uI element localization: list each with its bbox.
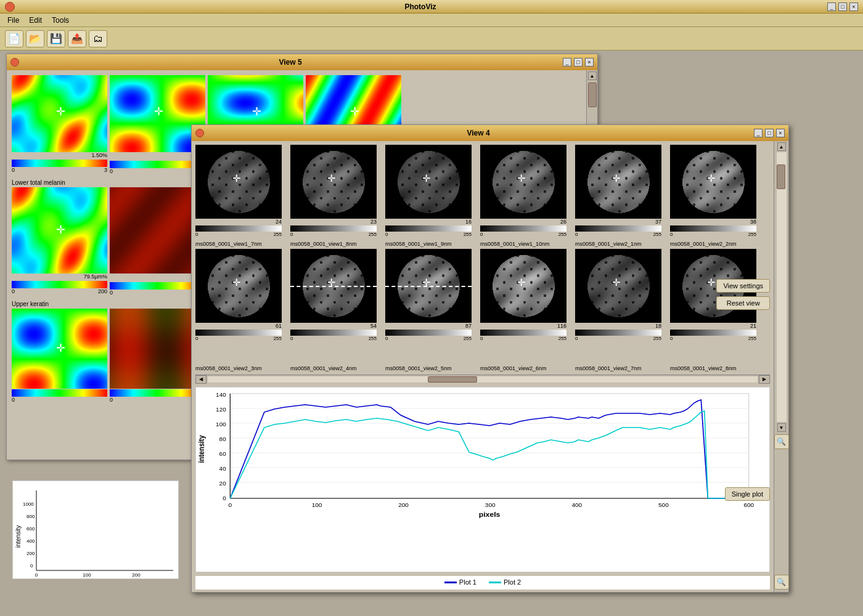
v5-x-0: 0	[35, 572, 38, 578]
view5-colorbar-7	[12, 389, 107, 397]
v4-img11-max: 18	[575, 323, 661, 329]
legend-plot1: Plot 1	[444, 578, 476, 586]
v4-zoom-bottom[interactable]: 🔍	[774, 575, 789, 590]
h-scroll-thumb[interactable]	[428, 376, 477, 383]
view5-img-5[interactable]: ✛	[12, 187, 107, 274]
v4-cb4-min: 0	[480, 232, 483, 237]
h-scroll-right[interactable]: ▶	[759, 375, 770, 384]
view4-maximize[interactable]: □	[765, 129, 774, 137]
toolbar-save-btn[interactable]: 💾	[47, 30, 65, 47]
app-close-btn[interactable]	[5, 2, 15, 12]
app-close-btn2[interactable]: ×	[849, 2, 858, 11]
h-scroll-left[interactable]: ◀	[195, 375, 207, 384]
view5-title: View 5	[19, 58, 562, 67]
v4-img4-max: 26	[480, 219, 566, 225]
svg-text:pixels: pixels	[479, 511, 501, 518]
v4-scroll-down[interactable]: ▼	[777, 423, 786, 432]
v4-zoom-top[interactable]: 🔍	[774, 434, 789, 449]
view4-img-10[interactable]: ✛	[480, 249, 566, 323]
app-titlebar: PhotoViz _ □ ×	[0, 0, 863, 14]
view4-img-8[interactable]: ✛	[290, 249, 377, 323]
v4-row2-label-4: ms0058_0001_view1_10nm	[480, 241, 573, 247]
view4-img-5[interactable]: ✛	[575, 145, 661, 219]
view5-img5-label: 79.5μm%	[12, 274, 107, 280]
svg-text:60: 60	[219, 450, 226, 456]
v5-y-400: 400	[27, 538, 35, 544]
view4-img-4[interactable]: ✛	[480, 145, 566, 219]
view4-minimize[interactable]: _	[754, 129, 763, 137]
view4-img-11[interactable]: ✛	[575, 249, 661, 323]
v4-colorbar-2	[290, 225, 377, 232]
view4-img-6[interactable]: ✛	[670, 145, 756, 219]
view5-close[interactable]: ×	[585, 58, 594, 67]
view4-scrollbar: ▲ ▼ 🔍 🔍	[774, 141, 788, 592]
v4-cb9-min: 0	[385, 336, 388, 341]
view4-img-2[interactable]: ✛	[290, 145, 377, 219]
v4-scroll-track	[777, 152, 787, 422]
menu-file[interactable]: File	[2, 15, 24, 26]
menu-tools[interactable]: Tools	[47, 15, 74, 26]
v4-crosshair-2: ✛	[327, 172, 335, 184]
v4-colorbar4-labels: 0 255	[480, 232, 566, 237]
svg-text:100: 100	[312, 501, 322, 508]
v4-img9-max: 87	[385, 323, 472, 329]
menu-edit[interactable]: Edit	[24, 15, 47, 26]
toolbar-export-btn[interactable]: 📤	[68, 30, 86, 47]
v4-cb2-min: 0	[290, 232, 293, 237]
view4-cell-9: ✛ 87 0 255	[385, 249, 478, 341]
view4-close[interactable]: ×	[776, 129, 785, 137]
svg-text:0: 0	[223, 495, 226, 501]
v4-scroll-thumb[interactable]	[777, 164, 785, 189]
toolbar-folder-btn[interactable]: 🗂	[89, 30, 107, 47]
view5-img-1[interactable]: ✛	[12, 75, 107, 152]
v4-colorbar-1	[195, 225, 282, 232]
v4-img2-max: 23	[290, 219, 377, 225]
view-settings-btn[interactable]: View settings	[716, 279, 770, 293]
v4-cb12-max: 255	[748, 336, 756, 341]
v4-cb7-min: 0	[195, 336, 198, 341]
toolbar-new-btn[interactable]: 📄	[5, 30, 23, 47]
app-minimize-btn[interactable]: _	[827, 2, 836, 11]
view4-action-buttons: View settings Reset view	[716, 279, 770, 310]
v4-img12-max: 21	[670, 323, 756, 329]
view4-cell-5: ✛ 37 0 255	[575, 145, 668, 237]
view4-cell-8: ✛ 54 0 255	[290, 249, 383, 341]
view5-scroll-up[interactable]: ▲	[588, 71, 597, 80]
view4-img-7[interactable]: ✛	[195, 249, 282, 323]
view4-row3-labels: ms0058_0001_view2_3nm ms0058_0001_view2_…	[192, 365, 774, 372]
view4-legend: Plot 1 Plot 2	[195, 576, 770, 590]
view5-minimize[interactable]: _	[563, 58, 571, 67]
v4-row3-label-1: ms0058_0001_view2_3nm	[195, 365, 288, 371]
single-plot-btn[interactable]: Single plot	[725, 487, 770, 501]
v4-img1-max: 24	[195, 219, 282, 225]
toolbar-open-btn[interactable]: 📂	[26, 30, 44, 47]
view5-img1-label: 1.50%	[12, 152, 107, 158]
reset-view-btn[interactable]: Reset view	[716, 296, 770, 310]
legend-plot2-label: Plot 2	[504, 578, 521, 586]
view4-title: View 4	[204, 129, 753, 137]
app-title: PhotoViz	[15, 2, 826, 11]
v4-img3-max: 16	[385, 219, 472, 225]
v5-y-label: intensity	[15, 525, 22, 548]
v4-cb10-min: 0	[480, 336, 483, 341]
view4-img-3[interactable]: ✛	[385, 145, 472, 219]
view5-scroll-thumb[interactable]	[588, 83, 597, 107]
app-maximize-btn[interactable]: □	[838, 2, 847, 11]
view4-img-1[interactable]: ✛	[195, 145, 282, 219]
view4-h-scroll[interactable]: ◀ ▶	[195, 375, 770, 383]
v5-y-600: 600	[27, 526, 35, 532]
view4-cell-7: ✛ 61 0 255	[195, 249, 288, 341]
view4-chart-svg: 0 20 40 60 80 100 120 140 0 100 200 300 …	[196, 387, 769, 523]
v4-crosshair-4: ✛	[517, 172, 525, 184]
v4-scroll-up[interactable]: ▲	[777, 142, 786, 151]
view5-icon	[10, 58, 19, 67]
v4-row2-label-6: ms0058_0001_view2_2nm	[670, 241, 763, 247]
view5-img-7[interactable]: ✛	[12, 309, 107, 389]
view5-cb8-min: 0	[110, 397, 113, 403]
v4-colorbar-8	[290, 330, 377, 336]
legend-plot1-label: Plot 1	[459, 578, 476, 586]
view5-maximize[interactable]: □	[574, 58, 583, 67]
v4-colorbar-12	[670, 330, 756, 336]
view4-img-9[interactable]: ✛	[385, 249, 472, 323]
view5-cb1-max: 3	[104, 167, 107, 173]
